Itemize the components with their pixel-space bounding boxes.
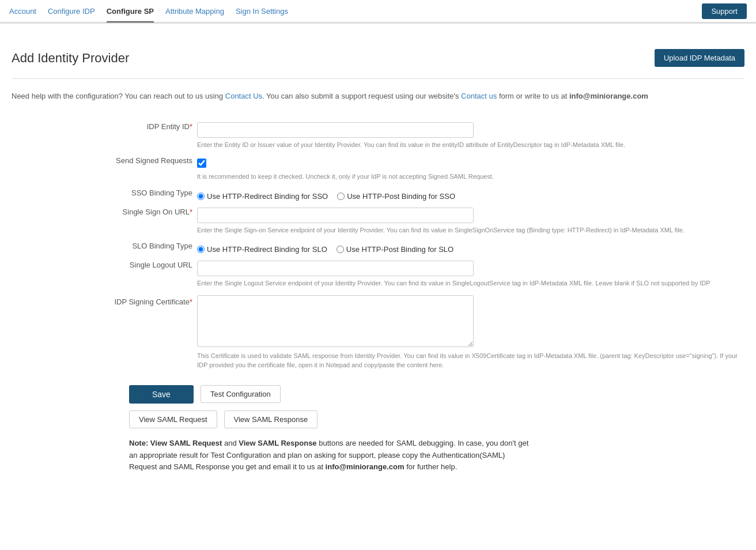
page-title: Add Identity Provider <box>12 51 129 66</box>
nav-configure-sp[interactable]: Configure SP <box>107 1 154 22</box>
slo-redirect-radio[interactable] <box>197 246 205 253</box>
sso-post-option[interactable]: Use HTTP-Post Binding for SSO <box>337 192 455 201</box>
note-view-saml-response: View SAML Response <box>239 439 316 447</box>
sso-binding-type-options: Use HTTP-Redirect Binding for SSO Use HT… <box>197 189 742 201</box>
slo-post-option[interactable]: Use HTTP-Post Binding for SLO <box>337 245 453 254</box>
required-marker-cert: * <box>190 297 192 306</box>
upload-idp-metadata-button[interactable]: Upload IDP Metadata <box>655 49 744 67</box>
note-prefix: Note: <box>129 439 150 447</box>
send-signed-requests-row: Send Signed Requests It is recommended t… <box>12 153 744 185</box>
action-buttons-row: Save Test Configuration <box>12 385 744 404</box>
slo-redirect-label: Use HTTP-Redirect Binding for SLO <box>207 245 327 254</box>
idp-signing-certificate-hint: This Certificate is used to validate SAM… <box>197 351 742 370</box>
view-saml-response-button[interactable]: View SAML Response <box>224 410 318 428</box>
contact-us-link-1[interactable]: Contact Us <box>225 92 262 100</box>
single-logout-url-hint: Enter the Single Logout Service endpoint… <box>197 278 742 288</box>
slo-post-radio[interactable] <box>337 246 344 253</box>
nav-attribute-mapping[interactable]: Attribute Mapping <box>165 1 224 21</box>
single-sign-on-url-row: Single Sign On URL* Enter the Single Sig… <box>12 204 744 239</box>
send-signed-requests-checkbox[interactable] <box>197 159 206 168</box>
slo-redirect-option[interactable]: Use HTTP-Redirect Binding for SLO <box>197 245 327 254</box>
sso-redirect-label: Use HTTP-Redirect Binding for SSO <box>207 192 328 201</box>
idp-entity-id-row: IDP Entity ID* Enter the Entity ID or Is… <box>12 119 744 153</box>
single-logout-url-row: Single Logout URL Enter the Single Logou… <box>12 257 744 292</box>
saml-buttons-row: View SAML Request View SAML Response <box>12 410 744 428</box>
note-email: info@miniorange.com <box>326 462 405 471</box>
single-sign-on-url-label: Single Sign On URL* <box>123 208 192 216</box>
sso-redirect-option[interactable]: Use HTTP-Redirect Binding for SSO <box>197 192 328 201</box>
bottom-note: Note: View SAML Request and View SAML Re… <box>12 438 530 473</box>
single-logout-url-input[interactable] <box>197 261 474 276</box>
required-marker-sso: * <box>190 208 192 216</box>
contact-email: info@miniorange.com <box>569 92 648 100</box>
idp-signing-certificate-label: IDP Signing Certificate* <box>114 297 192 306</box>
single-sign-on-url-hint: Enter the Single Sign-on Service endpoin… <box>197 225 742 235</box>
test-configuration-button[interactable]: Test Configuration <box>201 385 281 403</box>
header-row: Add Identity Provider Upload IDP Metadat… <box>12 49 744 67</box>
nav-configure-idp[interactable]: Configure IDP <box>48 1 95 21</box>
main-content: Add Identity Provider Upload IDP Metadat… <box>0 35 756 487</box>
single-sign-on-url-input[interactable] <box>197 208 474 223</box>
idp-signing-certificate-row: IDP Signing Certificate* This Certificat… <box>12 292 744 374</box>
configure-sp-form: IDP Entity ID* Enter the Entity ID or Is… <box>12 119 744 385</box>
sso-binding-type-row: SSO Binding Type Use HTTP-Redirect Bindi… <box>12 185 744 204</box>
note-view-saml-request: View SAML Request <box>150 439 222 447</box>
sso-binding-type-label: SSO Binding Type <box>131 189 192 197</box>
send-signed-requests-hint: It is recommended to keep it checked. Un… <box>197 172 742 182</box>
nav-account[interactable]: Account <box>9 1 36 21</box>
idp-entity-id-label: IDP Entity ID* <box>147 122 192 131</box>
nav-sign-in-settings[interactable]: Sign In Settings <box>236 1 288 21</box>
single-logout-url-label: Single Logout URL <box>130 261 192 269</box>
slo-binding-type-label: SLO Binding Type <box>132 242 192 250</box>
idp-entity-id-hint: Enter the Entity ID or Issuer value of y… <box>197 140 742 150</box>
slo-binding-type-row: SLO Binding Type Use HTTP-Redirect Bindi… <box>12 238 744 257</box>
send-signed-requests-label: Send Signed Requests <box>116 156 192 165</box>
top-nav: Account Configure IDP Configure SP Attri… <box>0 0 756 23</box>
idp-signing-certificate-textarea[interactable] <box>197 295 474 347</box>
sso-post-label: Use HTTP-Post Binding for SSO <box>347 192 455 201</box>
contact-us-link-2[interactable]: Contact us <box>461 92 497 100</box>
sso-post-radio[interactable] <box>337 193 345 200</box>
required-marker: * <box>190 122 192 131</box>
slo-binding-type-options: Use HTTP-Redirect Binding for SLO Use HT… <box>197 242 742 254</box>
view-saml-request-button[interactable]: View SAML Request <box>129 410 217 428</box>
sso-redirect-radio[interactable] <box>197 193 205 200</box>
slo-post-label: Use HTTP-Post Binding for SLO <box>346 245 453 254</box>
idp-entity-id-input[interactable] <box>197 122 474 138</box>
support-button[interactable]: Support <box>702 3 747 19</box>
help-text: Need help with the configuration? You ca… <box>12 91 744 103</box>
save-button[interactable]: Save <box>129 385 194 404</box>
